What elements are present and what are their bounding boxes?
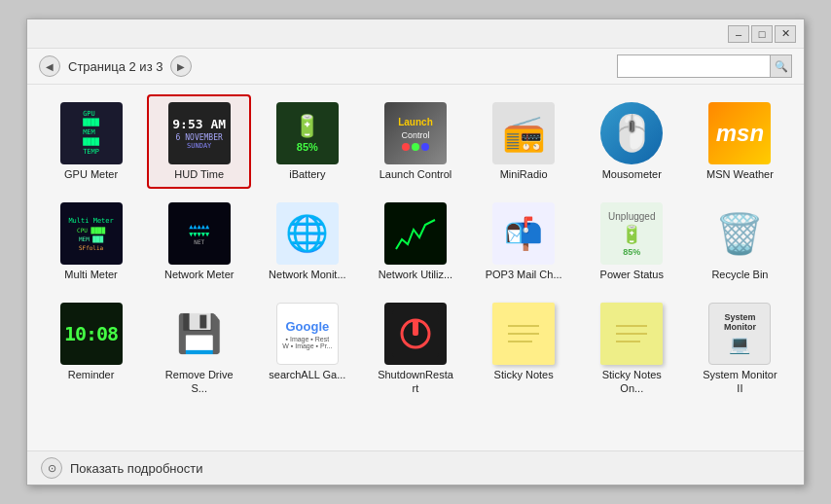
icon-item-multi-meter[interactable]: Multi Meter CPU ████ MEM ███ SFfolia Mul… [39, 195, 143, 289]
pop3-mail-icon: 📬 [492, 202, 555, 265]
hud-time-label: HUD Time [174, 168, 224, 181]
prev-page-button[interactable]: ◀ [39, 55, 60, 77]
multi-meter-icon: Multi Meter CPU ████ MEM ███ SFfolia [60, 202, 123, 265]
ibattery-label: iBattery [289, 168, 325, 181]
icon-item-launch-control[interactable]: Launch Control Launch Control [363, 94, 467, 189]
ibattery-icon: 🔋 85% [276, 102, 339, 164]
remove-drive-label: Remove Drive S... [161, 369, 238, 394]
gpu-meter-icon: GPU████MEM████TEMP [60, 102, 123, 164]
network-monitor-label: Network Monit... [269, 269, 345, 281]
toolbar: ◀ Страница 2 из 3 ▶ 🔍 [27, 49, 804, 85]
footer: ⊙ Показать подробности [27, 450, 804, 485]
icon-item-sticky-notes-on[interactable]: Sticky Notes On... [580, 295, 684, 402]
icons-grid: GPU████MEM████TEMP GPU Meter 9:53 AM 6 N… [39, 94, 792, 403]
sticky-notes-icon [492, 303, 555, 365]
reminder-icon: 10:08 [60, 303, 123, 365]
recycle-bin-label: Recycle Bin [711, 269, 768, 281]
network-util-label: Network Utiliz... [379, 269, 452, 281]
main-window: – □ ✕ ◀ Страница 2 из 3 ▶ 🔍 GPU████MEM██… [26, 18, 805, 486]
icon-item-searchall[interactable]: Google ▪ Image ▪ Rest W ▪ Image ▪ Pr... … [255, 295, 359, 402]
search-button[interactable]: 🔍 [770, 55, 791, 77]
sticky-notes-on-icon [600, 303, 663, 365]
network-monitor-icon: 🌐 [276, 202, 339, 265]
icon-item-sticky-notes[interactable]: Sticky Notes [472, 295, 576, 402]
power-status-icon: Unplugged 🔋 85% [600, 202, 663, 265]
search-input[interactable] [618, 59, 770, 73]
mousometer-icon: 🖱️ [600, 102, 663, 164]
icon-item-shutdown[interactable]: ShutdownRestart [363, 295, 467, 402]
icon-item-network-meter[interactable]: ▲▲▲▲▲ ▼▼▼▼▼ NET Network Meter [147, 195, 251, 289]
next-page-button[interactable]: ▶ [170, 55, 192, 77]
launch-control-label: Launch Control [379, 168, 452, 181]
miniradio-label: MiniRadio [500, 168, 548, 181]
mousometer-label: Mousometer [602, 168, 662, 181]
icon-item-network-monitor[interactable]: 🌐 Network Monit... [255, 195, 359, 289]
system-monitor-icon: SystemMonitor 💻 [708, 303, 771, 365]
icon-item-mousometer[interactable]: 🖱️ Mousometer [580, 94, 684, 189]
maximize-button[interactable]: □ [751, 25, 773, 43]
shutdown-label: ShutdownRestart [377, 369, 454, 394]
sticky-notes-label: Sticky Notes [494, 369, 554, 381]
show-details-button[interactable]: ⊙ [41, 457, 62, 479]
icon-item-recycle-bin[interactable]: 🗑️ Recycle Bin [688, 195, 792, 289]
remove-drive-icon: 💾 [168, 303, 231, 365]
search-box: 🔍 [617, 54, 792, 78]
launch-control-icon: Launch Control [384, 102, 447, 164]
recycle-bin-icon: 🗑️ [708, 202, 771, 265]
power-status-label: Power Status [600, 269, 664, 281]
system-monitor-label: System Monitor II [701, 369, 778, 394]
icon-item-reminder[interactable]: 10:08 Reminder [39, 295, 143, 402]
network-util-icon [384, 202, 447, 265]
show-details-label[interactable]: Показать подробности [70, 461, 202, 476]
searchall-label: searchALL Ga... [269, 369, 345, 381]
svg-rect-3 [413, 320, 418, 336]
multi-meter-label: Multi Meter [64, 269, 117, 281]
icon-item-ibattery[interactable]: 🔋 85% iBattery [255, 94, 359, 189]
icon-item-remove-drive[interactable]: 💾 Remove Drive S... [147, 295, 251, 402]
icon-item-power-status[interactable]: Unplugged 🔋 85% Power Status [580, 195, 684, 289]
page-info: Страница 2 из 3 [68, 59, 163, 74]
icon-item-pop3-mail[interactable]: 📬 POP3 Mail Ch... [472, 195, 576, 289]
icon-item-msn-weather[interactable]: msn MSN Weather [688, 94, 792, 189]
searchall-icon: Google ▪ Image ▪ Rest W ▪ Image ▪ Pr... [276, 303, 339, 365]
msn-weather-icon: msn [708, 102, 771, 164]
hud-time-icon: 9:53 AM 6 NOVEMBER SUNDAY [168, 102, 231, 164]
icon-item-hud-time[interactable]: 9:53 AM 6 NOVEMBER SUNDAY HUD Time [147, 94, 251, 189]
miniradio-icon: 📻 [492, 102, 555, 164]
icons-content: GPU████MEM████TEMP GPU Meter 9:53 AM 6 N… [27, 85, 804, 450]
sticky-notes-on-label: Sticky Notes On... [593, 369, 670, 394]
icon-item-network-util[interactable]: Network Utiliz... [363, 195, 467, 289]
msn-weather-label: MSN Weather [706, 168, 774, 181]
shutdown-icon [384, 303, 447, 365]
pop3-mail-label: POP3 Mail Ch... [486, 269, 562, 281]
reminder-label: Reminder [68, 369, 115, 381]
icon-item-miniradio[interactable]: 📻 MiniRadio [472, 94, 576, 189]
close-button[interactable]: ✕ [775, 25, 796, 43]
icon-item-system-monitor[interactable]: SystemMonitor 💻 System Monitor II [688, 295, 792, 402]
gpu-meter-label: GPU Meter [64, 168, 118, 181]
network-meter-label: Network Meter [164, 269, 235, 281]
icon-item-gpu-meter[interactable]: GPU████MEM████TEMP GPU Meter [39, 94, 143, 189]
minimize-button[interactable]: – [728, 25, 749, 43]
network-meter-icon: ▲▲▲▲▲ ▼▼▼▼▼ NET [168, 202, 231, 265]
title-bar: – □ ✕ [27, 19, 804, 49]
